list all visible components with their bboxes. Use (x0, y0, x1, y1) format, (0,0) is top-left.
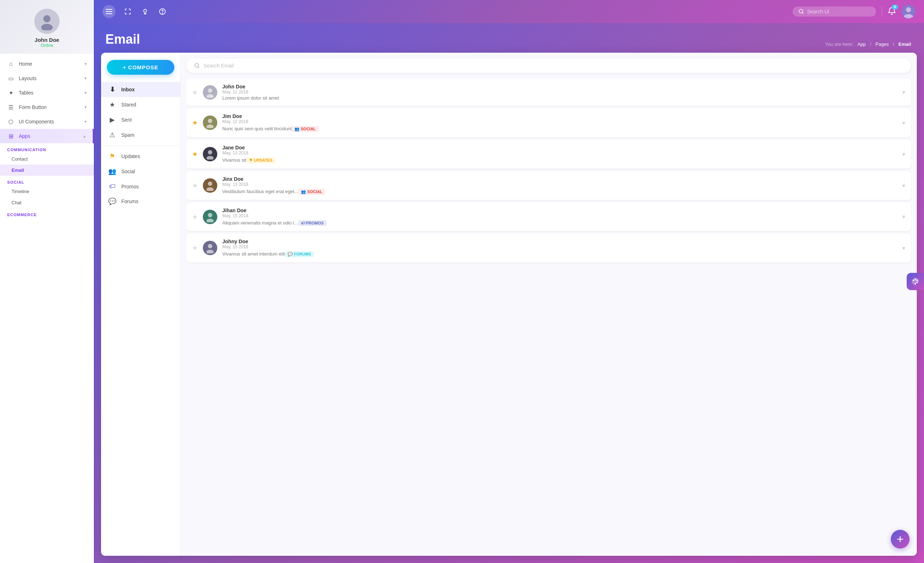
breadcrumb-separator: / (870, 42, 872, 47)
compose-button[interactable]: + COMPOSE (107, 60, 174, 75)
folder-divider (101, 145, 180, 146)
lightbulb-icon-button[interactable] (139, 5, 152, 18)
svg-point-5 (144, 9, 147, 12)
email-panel: + COMPOSE ⬇ Inbox ★ Stared ▶ Sent ⚠ Spam (101, 53, 917, 556)
email-sidebar: + COMPOSE ⬇ Inbox ★ Stared ▶ Sent ⚠ Spam (101, 53, 180, 556)
chevron-down-icon: ▾ (84, 119, 87, 124)
form-button-icon: ☰ (7, 103, 14, 111)
chevron-down-icon: ▾ (84, 61, 87, 66)
page-content: Email You are here: App / Pages / Email … (94, 23, 924, 563)
global-search-input[interactable] (807, 9, 870, 15)
svg-point-10 (904, 14, 913, 18)
help-icon-button[interactable] (156, 5, 169, 18)
svg-rect-2 (106, 9, 112, 10)
email-folder-forums[interactable]: 💬 Forums (101, 194, 180, 209)
email-item[interactable]: ★ Jihan Doe May, 15 2018 Aliquam venenat… (186, 202, 911, 231)
email-list: ★ John Doe May, 11 2018 Lorem ipsum dolo… (180, 53, 917, 556)
email-sender: Jane Doe (222, 145, 897, 150)
page-header: Email You are here: App / Pages / Email (94, 23, 924, 53)
breadcrumb: You are here: App / Pages / Email (824, 42, 912, 47)
svg-point-14 (208, 119, 212, 123)
star-icon[interactable]: ★ (192, 244, 198, 252)
sidebar-item-layouts[interactable]: ▭ Layouts ▾ (0, 71, 94, 85)
inbox-icon: ⬇ (108, 85, 116, 93)
tables-icon: ✦ (7, 89, 14, 96)
email-subject: Vestibulum faucibus eget erat eget...👥 S… (222, 188, 897, 195)
sidebar-item-chat[interactable]: Chat (0, 197, 94, 208)
sidebar-item-ui-components[interactable]: ⬡ UI Components ▾ (0, 114, 94, 129)
email-folder-spam[interactable]: ⚠ Spam (101, 127, 180, 142)
email-item[interactable]: ★ Jinx Doe May, 13 2018 Vestibulum fauci… (186, 171, 911, 200)
email-item[interactable]: ★ John Doe May, 11 2018 Lorem ipsum dolo… (186, 79, 911, 106)
email-info: Johny Doe May, 15 2018 Vivamus sit amet … (222, 238, 897, 257)
star-icon[interactable]: ★ (192, 88, 198, 96)
avatar (34, 9, 60, 34)
user-avatar-topbar[interactable] (902, 5, 915, 18)
svg-point-19 (207, 187, 214, 191)
email-search-input[interactable] (204, 63, 903, 69)
svg-point-23 (207, 250, 214, 253)
email-tag: ⚑ UPDATES (246, 157, 275, 163)
layouts-icon: ▭ (7, 75, 14, 82)
hamburger-button[interactable] (102, 5, 116, 18)
email-search-bar[interactable] (186, 58, 911, 73)
email-folder-updates[interactable]: ⚑ Updates (101, 149, 180, 164)
svg-point-17 (207, 156, 214, 160)
svg-rect-4 (106, 13, 112, 14)
email-info: Jane Doe May, 13 2018 Vivamus sit⚑ UPDAT… (222, 145, 897, 163)
email-item[interactable]: ★ Jane Doe May, 13 2018 Vivamus sit⚑ UPD… (186, 140, 911, 169)
sidebar-item-home[interactable]: ⌂ Home ▾ (0, 57, 94, 71)
global-search[interactable] (793, 6, 876, 16)
email-item[interactable]: ★ Jim Doe May, 12 2018 Nunc quis sem qui… (186, 108, 911, 138)
email-item[interactable]: ★ Johny Doe May, 15 2018 Vivamus sit ame… (186, 234, 911, 263)
star-icon: ★ (108, 101, 116, 109)
sidebar-item-contact[interactable]: Contact (0, 153, 94, 165)
sidebar-item-timeline[interactable]: Timeline (0, 186, 94, 197)
star-icon[interactable]: ★ (192, 119, 198, 127)
star-icon[interactable]: ★ (192, 213, 198, 221)
email-date: May, 15 2018 (222, 244, 897, 249)
email-folder-stared[interactable]: ★ Stared (101, 97, 180, 112)
sidebar-item-form-button[interactable]: ☰ Form Button ▾ (0, 100, 94, 114)
email-folder-inbox[interactable]: ⬇ Inbox (101, 82, 180, 97)
star-icon[interactable]: ★ (192, 150, 198, 158)
chevron-down-icon: ▾ (902, 120, 905, 126)
breadcrumb-app[interactable]: App (858, 42, 866, 47)
breadcrumb-current: Email (898, 42, 911, 47)
svg-point-15 (207, 124, 214, 128)
email-avatar (203, 147, 217, 161)
svg-point-18 (208, 181, 212, 186)
sidebar-item-email[interactable]: Email (0, 165, 94, 176)
email-tag: 💬 FORUMS (285, 251, 314, 257)
sidebar-item-apps[interactable]: ⊞ Apps ▴ (0, 129, 94, 143)
star-icon[interactable]: ★ (192, 181, 198, 189)
crop-icon-button[interactable] (121, 5, 134, 18)
breadcrumb-pages[interactable]: Pages (876, 42, 889, 47)
email-date: May, 15 2018 (222, 213, 897, 219)
chevron-down-icon: ▾ (84, 105, 87, 110)
email-folder-promos[interactable]: 🏷 Promos (101, 179, 180, 194)
email-sender: Jinx Doe (222, 176, 897, 182)
topbar-divider (882, 6, 882, 17)
chevron-down-icon: ▾ (902, 245, 905, 252)
email-info: Jihan Doe May, 15 2018 Aliquam venenatis… (222, 208, 897, 226)
profile-name: John Doe (34, 37, 59, 43)
sidebar-item-tables[interactable]: ✦ Tables ▾ (0, 85, 94, 100)
topbar: 4 (94, 0, 924, 23)
chevron-down-icon: ▾ (902, 182, 905, 189)
section-label-ecommerce: ECOMMERCE (0, 208, 94, 219)
chevron-down-icon: ▾ (84, 90, 87, 95)
svg-point-21 (207, 219, 214, 222)
sidebar: John Doe Online ⌂ Home ▾ ▭ Layouts ▾ ✦ T… (0, 0, 94, 563)
fab-add-button[interactable] (891, 530, 910, 548)
email-folder-sent[interactable]: ▶ Sent (101, 112, 180, 127)
palette-button[interactable] (907, 273, 924, 290)
svg-point-0 (44, 15, 51, 22)
email-date: May, 11 2018 (222, 90, 897, 94)
email-subject: Aliquam venenatis magna et odio l...🏷 PR… (222, 219, 897, 226)
notification-button[interactable]: 4 (888, 7, 896, 16)
flag-icon: ⚑ (108, 152, 116, 160)
email-tag: 👥 SOCIAL (298, 189, 325, 195)
email-subject: Nunc quis sem quis velit tincidunt👥 SOCI… (222, 125, 897, 132)
email-folder-social[interactable]: 👥 Social (101, 164, 180, 179)
